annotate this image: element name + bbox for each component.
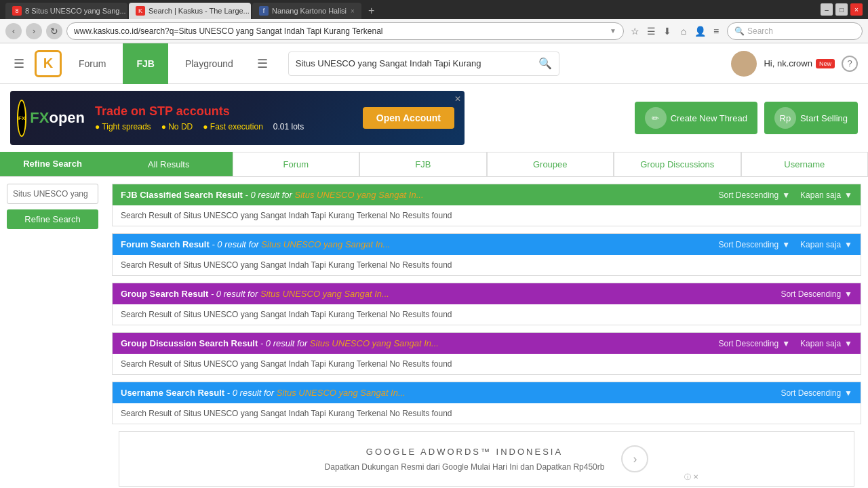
nav-more-icon[interactable]: ☰ — [250, 56, 275, 71]
nav-playground[interactable]: Playground — [175, 58, 243, 69]
tab-3-label: Nanang Kartono Halisi — [272, 7, 347, 15]
fjb-sort-dropdown[interactable]: Sort Descending ▼ — [718, 190, 790, 200]
sell-icon: Rp — [774, 107, 796, 129]
fjb-result-body: Search Result of Situs UNESCO yang Sanga… — [113, 205, 861, 226]
new-badge: New — [816, 59, 835, 68]
star-icon[interactable]: ☆ — [628, 24, 642, 38]
forum-sort-label: Sort Descending — [718, 240, 778, 249]
fjb-kapan-dropdown[interactable]: Kapan saja ▼ — [800, 190, 852, 200]
fjb-sort-label: Sort Descending — [718, 190, 778, 200]
fjb-sort-chevron: ▼ — [782, 190, 790, 200]
menu-icon[interactable]: ≡ — [709, 24, 723, 38]
forward-button[interactable]: › — [26, 23, 42, 39]
results-area: FJB Classified Search Result - 0 result … — [105, 184, 868, 488]
fxopen-logo-circle: FX — [17, 100, 26, 137]
home-icon[interactable]: ⌂ — [677, 24, 690, 38]
username-result-body: Search Result of Situs UNESCO yang Sanga… — [113, 403, 861, 424]
forum-result-title: Forum Search Result — [121, 239, 210, 249]
create-thread-label: Create New Thread — [671, 113, 747, 123]
kaskus-logo[interactable]: K — [35, 50, 62, 77]
bottom-ad-sub: Dapatkan Dukungan Resmi dari Google Mula… — [325, 462, 605, 472]
help-icon[interactable]: ? — [842, 56, 858, 72]
ad-bullets: ● Tight spreads ● No DD ● Fast execution… — [95, 122, 359, 131]
ad-bullet-4: 0.01 lots — [273, 122, 304, 131]
back-button[interactable]: ‹ — [5, 23, 22, 39]
group-discussion-kapan-dropdown[interactable]: Kapan saja ▼ — [800, 339, 852, 348]
bottom-ad-arrow-button[interactable]: › — [621, 445, 648, 472]
refine-search-button[interactable]: Refine Search — [7, 209, 98, 229]
tab-3-favicon: f — [259, 6, 269, 16]
navbar-search-box[interactable]: Situs UNESCO yang Sangat Indah Tapi Kura… — [288, 52, 559, 76]
username-result-section: Username Search Result - 0 result for Si… — [112, 382, 861, 424]
tab-all-results[interactable]: All Results — [105, 152, 233, 176]
tab-group-discussions[interactable]: Group Discussions — [614, 152, 741, 176]
group-result-count: - 0 result for — [208, 289, 260, 299]
tab-1[interactable]: 8 8 Situs UNESCO yang Sang... × — [5, 3, 127, 19]
profile-icon[interactable]: 👤 — [693, 24, 707, 38]
hamburger-menu[interactable]: ☰ — [10, 53, 28, 75]
ad-banner: FX FXopen Trade on STP accounts ● Tight … — [10, 91, 465, 145]
group-discussion-result-header: Group Discussion Search Result - 0 resul… — [113, 333, 861, 354]
tab-3[interactable]: f Nanang Kartono Halisi × — [252, 3, 361, 19]
group-result-title: Group Search Result — [121, 289, 208, 299]
tab-1-favicon: 8 — [12, 6, 22, 16]
username-result-count: - 0 result for — [224, 388, 277, 398]
ad-open-account-button[interactable]: Open Account — [363, 107, 454, 129]
maximize-button[interactable]: □ — [835, 3, 848, 16]
forum-sort-dropdown[interactable]: Sort Descending ▼ — [718, 240, 790, 249]
url-bar[interactable]: www.kaskus.co.id/search?q=Situs UNESCO y… — [66, 22, 624, 40]
ad-bullet-3: ● Fast execution — [203, 122, 263, 131]
group-discussion-result-section: Group Discussion Search Result - 0 resul… — [112, 332, 861, 375]
group-discussion-kapan-label: Kapan saja — [800, 339, 841, 348]
forum-result-header: Forum Search Result - 0 result for Situs… — [113, 234, 861, 255]
ad-title: Trade on STP accounts — [95, 104, 359, 119]
download-icon[interactable]: ⬇ — [660, 24, 674, 38]
ad-logo: FX FXopen — [10, 93, 92, 144]
browser-search-bar[interactable]: 🔍 Search — [727, 22, 863, 40]
tab-3-close[interactable]: × — [351, 7, 355, 15]
ad-close-button[interactable]: ✕ — [454, 94, 461, 104]
search-tabs: Refine Search All Results Forum FJB Grou… — [0, 152, 868, 177]
group-discussion-sort-label: Sort Descending — [718, 339, 778, 348]
minimize-button[interactable]: – — [821, 3, 833, 16]
address-icons: ☆ ☰ ⬇ ⌂ 👤 ≡ — [628, 24, 723, 38]
navbar-search-value: Situs UNESCO yang Sangat Indah Tapi Kura… — [296, 58, 538, 68]
group-discussion-sort-dropdown[interactable]: Sort Descending ▼ — [718, 339, 790, 348]
ad-bullet-1: ● Tight spreads — [95, 122, 151, 131]
sidebar: Refine Search — [0, 184, 105, 488]
forum-result-query: Situs UNESCO yang Sangat In... — [261, 239, 390, 249]
refine-search-input[interactable] — [7, 184, 98, 204]
group-result-body: Search Result of Situs UNESCO yang Sanga… — [113, 304, 861, 325]
tab-groupee[interactable]: Groupee — [487, 152, 614, 176]
forum-kapan-dropdown[interactable]: Kapan saja ▼ — [800, 240, 852, 249]
create-thread-button[interactable]: ✏ Create New Thread — [635, 102, 757, 134]
fjb-result-title: FJB Classified Search Result — [121, 190, 243, 200]
tab-2[interactable]: K Search | Kaskus - The Large... × — [129, 3, 251, 19]
forum-kapan-label: Kapan saja — [800, 240, 841, 249]
new-tab-button[interactable]: + — [363, 3, 380, 19]
fjb-result-section: FJB Classified Search Result - 0 result … — [112, 184, 861, 226]
username-result-title: Username Search Result — [121, 388, 224, 398]
tab-1-label: 8 Situs UNESCO yang Sang... — [25, 7, 126, 15]
ad-banner-row: FX FXopen Trade on STP accounts ● Tight … — [0, 84, 868, 152]
nav-fjb[interactable]: FJB — [123, 43, 167, 84]
reload-button[interactable]: ↻ — [46, 23, 62, 39]
fjb-kapan-label: Kapan saja — [800, 190, 841, 200]
main-content: Refine Search FJB Classified Search Resu… — [0, 177, 868, 488]
tab-forum[interactable]: Forum — [233, 152, 360, 176]
navbar-search-icon[interactable]: 🔍 — [538, 57, 552, 70]
tab-username[interactable]: Username — [741, 152, 869, 176]
ad-label: ⓘ ✕ — [684, 472, 698, 482]
nav-forum[interactable]: Forum — [68, 43, 116, 84]
tab-fjb[interactable]: FJB — [359, 152, 487, 176]
reader-icon[interactable]: ☰ — [644, 24, 658, 38]
username-result-header: Username Search Result - 0 result for Si… — [113, 382, 861, 403]
refine-search-tab[interactable]: Refine Search — [0, 152, 105, 176]
close-button[interactable]: × — [850, 3, 863, 16]
fxopen-brand: FXopen — [30, 109, 85, 127]
start-selling-button[interactable]: Rp Start Selling — [764, 102, 858, 134]
group-sort-label: Sort Descending — [781, 289, 841, 299]
url-dropdown-icon[interactable]: ▼ — [610, 27, 616, 35]
group-sort-dropdown[interactable]: Sort Descending ▼ — [781, 289, 852, 299]
username-sort-dropdown[interactable]: Sort Descending ▼ — [781, 388, 852, 398]
